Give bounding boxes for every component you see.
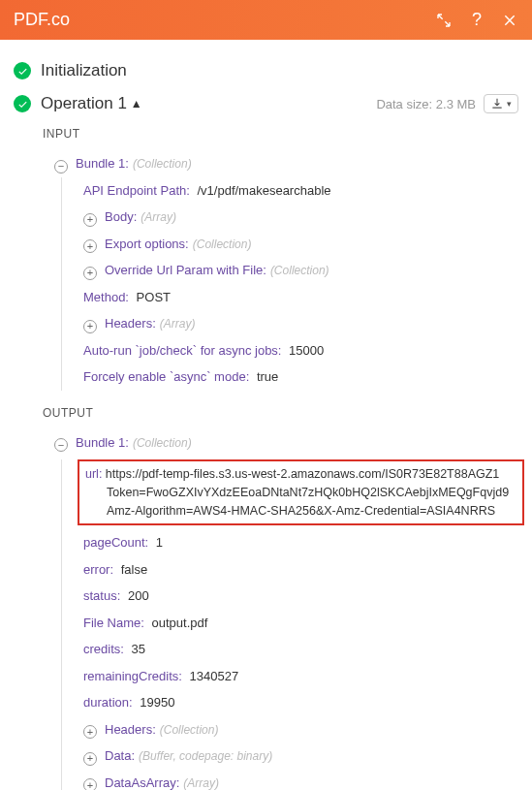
operation-toggle[interactable]: Operation 1 ▲ xyxy=(14,94,142,113)
field-label: File Name: xyxy=(83,616,144,630)
field-value: 1 xyxy=(156,535,163,550)
field-label: Forcely enable `async` mode: xyxy=(83,369,249,384)
expand-icon[interactable] xyxy=(435,12,453,29)
expand-icon[interactable]: + xyxy=(83,725,97,739)
headers-row[interactable]: + Headers: (Array) xyxy=(83,310,518,337)
url-row: url: https://pdf-temp-files.s3.us-west-2… xyxy=(85,465,516,520)
bundle-hint: (Collection) xyxy=(133,434,192,452)
field-label: Override Url Param with File: xyxy=(105,261,266,280)
input-bundle[interactable]: − Bundle 1: (Collection) xyxy=(54,150,518,177)
check-icon xyxy=(14,95,31,112)
url-value-1: https://pdf-temp-files.s3.us-west-2.amaz… xyxy=(106,467,499,481)
api-endpoint-row: API Endpoint Path: /v1/pdf/makesearchabl… xyxy=(83,177,518,205)
field-value: true xyxy=(257,369,278,384)
field-hint: (Collection) xyxy=(270,262,329,279)
field-hint: (Buffer, codepage: binary) xyxy=(139,747,272,765)
field-label: Auto-run `job/check` for async jobs: xyxy=(83,343,281,358)
field-label: Headers: xyxy=(105,314,156,333)
field-label: Headers: xyxy=(105,720,156,740)
override-url-row[interactable]: + Override Url Param with File: (Collect… xyxy=(83,257,518,284)
field-value: 1340527 xyxy=(190,669,239,683)
field-value: POST xyxy=(137,290,171,304)
field-label: url: xyxy=(85,467,102,481)
download-button[interactable]: ▾ xyxy=(484,94,518,113)
field-label: remainingCredits: xyxy=(83,669,182,683)
export-options-row[interactable]: + Export options: (Collection) xyxy=(83,231,518,258)
pagecount-row: pageCount: 1 xyxy=(83,529,518,556)
header-title: PDF.co xyxy=(14,10,70,30)
operation-meta: Data size: 2.3 MB ▾ xyxy=(376,94,518,113)
output-bundle[interactable]: − Bundle 1: (Collection) xyxy=(54,429,518,457)
error-row: error: false xyxy=(83,556,518,584)
remainingcredits-row: remainingCredits: 1340527 xyxy=(83,663,518,690)
content: Initialization Operation 1 ▲ Data size: … xyxy=(0,40,532,790)
section-initialization[interactable]: Initialization xyxy=(14,59,518,82)
filename-row: File Name: output.pdf xyxy=(83,610,518,637)
expand-icon[interactable]: + xyxy=(83,320,97,333)
url-value-3: Amz-Algorithm=AWS4-HMAC-SHA256&X-Amz-Cre… xyxy=(107,504,495,518)
section-operation: Operation 1 ▲ Data size: 2.3 MB ▾ xyxy=(14,94,518,113)
section-title: Initialization xyxy=(41,61,127,80)
caret-up-icon: ▲ xyxy=(131,97,142,111)
field-label: DataAsArray: xyxy=(105,774,179,790)
field-label: API Endpoint Path: xyxy=(83,183,190,198)
autorun-row: Auto-run `job/check` for async jobs: 150… xyxy=(83,337,518,364)
field-label: Data: xyxy=(105,746,135,766)
field-label: pageCount: xyxy=(83,535,148,550)
check-icon xyxy=(14,62,31,79)
field-label: error: xyxy=(83,562,113,577)
out-data-row[interactable]: + Data: (Buffer, codepage: binary) xyxy=(83,743,518,770)
expand-icon[interactable]: + xyxy=(83,213,97,227)
chevron-down-icon: ▾ xyxy=(507,99,512,109)
input-label: INPUT xyxy=(43,127,518,141)
url-value-2: Token=FwoGZXIvYXdzEEoaDNtaNt7zHQk0bHQ2lS… xyxy=(107,486,509,499)
field-label: Body: xyxy=(105,207,137,227)
field-hint: (Array) xyxy=(183,774,219,790)
forceasync-row: Forcely enable `async` mode: true xyxy=(83,363,518,391)
field-value: 35 xyxy=(132,642,145,656)
body-row[interactable]: + Body: (Array) xyxy=(83,204,518,231)
output-label: OUTPUT xyxy=(43,406,518,420)
field-label: Export options: xyxy=(105,235,189,254)
section-title: Operation 1 xyxy=(41,94,127,113)
field-value: 200 xyxy=(128,588,149,603)
field-value: false xyxy=(121,562,147,577)
field-value: 19950 xyxy=(140,695,174,710)
window-header: PDF.co ? xyxy=(0,0,532,40)
header-actions: ? xyxy=(435,12,518,29)
expand-icon[interactable]: + xyxy=(83,239,97,253)
field-value: 15000 xyxy=(289,343,324,358)
field-hint: (Collection) xyxy=(193,236,252,253)
expand-icon[interactable]: + xyxy=(83,752,97,766)
bundle-label: Bundle 1: xyxy=(76,433,129,453)
url-highlight-box: url: https://pdf-temp-files.s3.us-west-2… xyxy=(78,459,524,525)
duration-row: duration: 19950 xyxy=(83,689,518,716)
collapse-icon[interactable]: − xyxy=(54,438,68,452)
status-row: status: 200 xyxy=(83,583,518,610)
field-hint: (Array) xyxy=(141,208,176,226)
field-label: Method: xyxy=(83,290,129,304)
field-value: output.pdf xyxy=(151,616,207,630)
data-size-label: Data size: 2.3 MB xyxy=(376,97,476,111)
bundle-label: Bundle 1: xyxy=(76,154,129,174)
bundle-hint: (Collection) xyxy=(133,155,192,173)
credits-row: credits: 35 xyxy=(83,636,518,663)
field-value: /v1/pdf/makesearchable xyxy=(197,183,330,198)
out-headers-row[interactable]: + Headers: (Collection) xyxy=(83,716,518,743)
out-dataasarray-row[interactable]: + DataAsArray: (Array) xyxy=(83,770,518,790)
collapse-icon[interactable]: − xyxy=(54,160,68,174)
help-icon[interactable]: ? xyxy=(468,12,485,29)
expand-icon[interactable]: + xyxy=(83,267,97,280)
field-hint: (Array) xyxy=(160,315,196,332)
field-label: duration: xyxy=(83,695,133,710)
close-icon[interactable] xyxy=(501,12,518,29)
field-hint: (Collection) xyxy=(160,721,219,739)
field-label: credits: xyxy=(83,642,124,656)
method-row: Method: POST xyxy=(83,284,518,311)
input-section: INPUT − Bundle 1: (Collection) API Endpo… xyxy=(14,127,518,790)
expand-icon[interactable]: + xyxy=(83,778,97,790)
field-label: status: xyxy=(83,588,120,603)
